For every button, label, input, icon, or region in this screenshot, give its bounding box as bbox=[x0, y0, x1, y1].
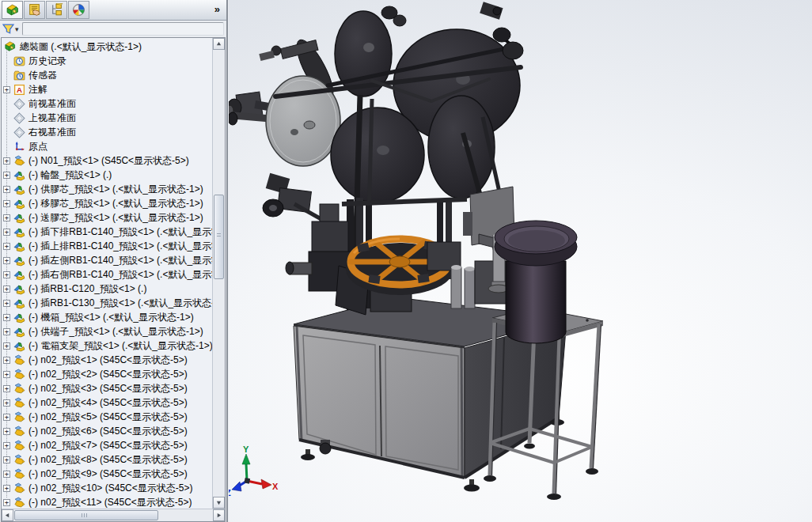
tree-item[interactable]: 右视基准面 bbox=[2, 125, 212, 139]
tree-item-label: (-) n02_預設<1> (S45C<显示状态-5>) bbox=[28, 354, 188, 367]
expand-toggle-icon[interactable]: + bbox=[3, 328, 10, 335]
expand-toggle-icon[interactable]: + bbox=[3, 342, 10, 350]
tree-vertical-scrollbar[interactable] bbox=[212, 38, 225, 509]
tree-item-label: (-) n02_預設<5> (S45C<显示状态-5>) bbox=[28, 410, 188, 424]
tree-item[interactable]: +(-) n02_預設<1> (S45C<显示状态-5>) bbox=[2, 353, 212, 367]
tree-item[interactable]: +(-) n02_預設<7> (S45C<显示状态-5>) bbox=[2, 438, 212, 452]
expand-toggle-icon[interactable]: + bbox=[3, 300, 10, 307]
expand-toggle-icon[interactable]: + bbox=[3, 257, 10, 264]
part-icon bbox=[13, 440, 25, 452]
tree-item[interactable]: 前视基准面 bbox=[2, 96, 212, 111]
filter-field[interactable] bbox=[22, 22, 224, 36]
scroll-up-button[interactable] bbox=[213, 38, 225, 50]
horizontal-scroll-thumb[interactable] bbox=[14, 510, 158, 520]
part-icon bbox=[13, 426, 25, 437]
tree-item[interactable]: +(-) n02_預設<11> (S45C<显示状态-5>) bbox=[2, 495, 212, 509]
tree-item[interactable]: +(-) 插RB1-C130_預設<1> (.<默认_显示状态-1>) bbox=[2, 296, 212, 310]
reel-dark-right bbox=[428, 96, 495, 199]
expand-toggle-icon[interactable]: + bbox=[3, 157, 10, 165]
assembly-icon bbox=[13, 169, 25, 181]
expand-toggle-icon[interactable]: + bbox=[3, 357, 10, 364]
tree-item[interactable]: +(-) 供膠芯_預設<1> (.<默认_显示状态-1>) bbox=[2, 182, 212, 196]
tree-item[interactable]: +(-) 電箱支架_預設<1> (.<默认_显示状态-1>) bbox=[2, 339, 212, 353]
annotations-icon: A bbox=[13, 84, 25, 96]
expand-toggle-icon[interactable]: + bbox=[3, 428, 10, 435]
tabs-overflow-button[interactable]: » bbox=[214, 1, 225, 19]
tree-item[interactable]: +(-) N01_預設<1> (S45C<显示状态-5>) bbox=[2, 153, 212, 168]
filter-funnel-icon[interactable] bbox=[2, 23, 14, 35]
tab-configurationmanager[interactable] bbox=[46, 1, 67, 19]
scroll-left-button[interactable] bbox=[2, 509, 13, 521]
expand-toggle-icon[interactable]: + bbox=[3, 172, 10, 179]
assembly-root-icon bbox=[4, 40, 17, 53]
assembly-icon bbox=[13, 226, 25, 238]
expand-toggle-icon[interactable]: + bbox=[3, 442, 10, 449]
tab-propertymanager[interactable] bbox=[24, 1, 45, 19]
tree-item[interactable]: +(-) n02_預設<8> (S45C<显示状态-5>) bbox=[2, 452, 212, 467]
tree-item[interactable]: +(-) n02_預設<9> (S45C<显示状态-5>) bbox=[2, 467, 212, 481]
assembly-icon bbox=[13, 240, 25, 252]
graphics-viewport[interactable]: Y X Z bbox=[229, 0, 812, 522]
assembly-icon bbox=[13, 297, 25, 309]
tree-item[interactable]: +(-) n02_預設<10> (S45C<显示状态-5>) bbox=[2, 481, 212, 495]
tree-item[interactable]: +A注解 bbox=[2, 82, 212, 96]
assembly-icon bbox=[13, 326, 25, 338]
expand-toggle-icon[interactable]: + bbox=[3, 385, 10, 392]
sensors-icon bbox=[13, 70, 25, 81]
expand-toggle-icon[interactable]: + bbox=[3, 214, 10, 221]
expand-toggle-icon[interactable]: + bbox=[3, 186, 10, 193]
tree-horizontal-scrollbar[interactable] bbox=[2, 509, 225, 521]
tree-item[interactable]: +(-) n02_預設<5> (S45C<显示状态-5>) bbox=[2, 410, 212, 424]
tree-item[interactable]: 上视基准面 bbox=[2, 111, 212, 125]
expand-toggle-icon[interactable]: + bbox=[3, 499, 10, 506]
expand-toggle-icon[interactable]: + bbox=[3, 229, 10, 236]
tree-item[interactable]: 原点 bbox=[2, 139, 212, 153]
tree-item[interactable]: 历史记录 bbox=[2, 54, 212, 68]
tree-item-label: (-) n02_預設<7> (S45C<显示状态-5>) bbox=[28, 439, 188, 452]
tree-item[interactable]: +(-) n02_預設<3> (S45C<显示状态-5>) bbox=[2, 381, 212, 395]
tree-item[interactable]: +(-) n02_預設<4> (S45C<显示状态-5>) bbox=[2, 395, 212, 410]
tree-item[interactable]: +(-) 插下排RB1-C140_預設<1> (.<默认_显示状态-1>) bbox=[2, 225, 212, 239]
tab-displaymanager[interactable] bbox=[68, 1, 89, 19]
tree-item[interactable]: +(-) 移膠芯_預設<1> (.<默认_显示状态-1>) bbox=[2, 196, 212, 210]
expand-toggle-icon[interactable]: + bbox=[3, 471, 10, 478]
tree-item[interactable]: 传感器 bbox=[2, 68, 212, 82]
feature-tree: 總裝圖 (.<默认_显示状态-1>)历史记录传感器+A注解前视基准面上视基准面右… bbox=[2, 38, 212, 509]
expand-toggle-icon[interactable]: + bbox=[3, 286, 10, 293]
tree-item-label: 传感器 bbox=[28, 69, 57, 82]
vertical-scroll-thumb[interactable] bbox=[214, 195, 224, 279]
tree-item[interactable]: +(-) 輪盤_預設<1> (.) bbox=[2, 168, 212, 182]
tree-item[interactable]: +(-) n02_預設<2> (S45C<显示状态-5>) bbox=[2, 367, 212, 381]
expand-toggle-icon[interactable]: + bbox=[3, 86, 10, 93]
tree-item[interactable]: +(-) 機箱_預設<1> (.<默认_显示状态-1>) bbox=[2, 310, 212, 324]
expand-toggle-icon[interactable]: + bbox=[3, 456, 10, 463]
tree-item-label: 原点 bbox=[28, 140, 47, 153]
tree-item-label: (-) 插右側RB1-C140_預設<1> (.<默认_显示状态-1>) bbox=[28, 268, 212, 282]
tree-item[interactable]: +(-) 送膠芯_預設<1> (.<默认_显示状态-1>) bbox=[2, 210, 212, 225]
filter-dropdown-caret[interactable]: ▾ bbox=[15, 25, 19, 33]
expand-toggle-icon[interactable]: + bbox=[3, 271, 10, 278]
tree-item[interactable]: +(-) 插左側RB1-C140_預設<1> (.<默认_显示状态-1>) bbox=[2, 253, 212, 267]
tree-indent bbox=[3, 100, 10, 108]
tree-item[interactable]: +(-) 供端子_預設<1> (.<默认_显示状态-1>) bbox=[2, 324, 212, 339]
tree-item[interactable]: +(-) 插上排RB1-C140_預設<1> (.<默认_显示状态-1>) bbox=[2, 239, 212, 253]
scroll-down-button[interactable] bbox=[213, 497, 225, 509]
expand-toggle-icon[interactable]: + bbox=[3, 399, 10, 407]
expand-toggle-icon[interactable]: + bbox=[3, 200, 10, 207]
part-icon bbox=[13, 497, 25, 509]
expand-toggle-icon[interactable]: + bbox=[3, 485, 10, 492]
expand-toggle-icon[interactable]: + bbox=[3, 414, 10, 421]
tree-item-label: (-) n02_預設<4> (S45C<显示状态-5>) bbox=[28, 396, 188, 410]
expand-toggle-icon[interactable]: + bbox=[3, 243, 10, 250]
z-axis-arrow bbox=[232, 482, 241, 491]
tab-featuremanager-tree[interactable] bbox=[2, 1, 23, 19]
expand-toggle-icon[interactable]: + bbox=[3, 371, 10, 378]
x-axis-label: X bbox=[272, 482, 279, 491]
assembly-icon bbox=[13, 269, 25, 281]
tree-item[interactable]: +(-) n02_預設<6> (S45C<显示状态-5>) bbox=[2, 424, 212, 438]
expand-toggle-icon[interactable]: + bbox=[3, 314, 10, 321]
tree-item[interactable]: +(-) 插RB1-C120_預設<1> (.) bbox=[2, 282, 212, 296]
scroll-right-button[interactable] bbox=[213, 509, 225, 521]
tree-item[interactable]: 總裝圖 (.<默认_显示状态-1>) bbox=[2, 40, 212, 54]
tree-item[interactable]: +(-) 插右側RB1-C140_預設<1> (.<默认_显示状态-1>) bbox=[2, 267, 212, 282]
